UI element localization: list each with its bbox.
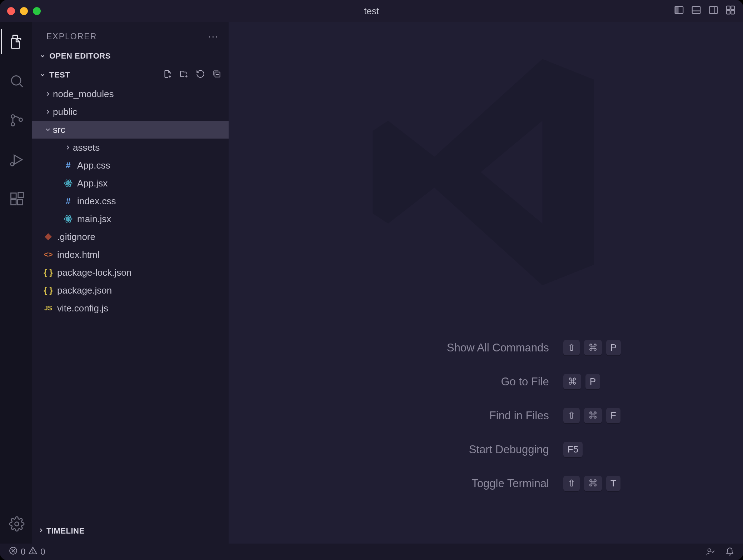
key: P bbox=[606, 340, 621, 355]
status-bell-icon[interactable] bbox=[725, 547, 734, 556]
svg-rect-20 bbox=[18, 192, 24, 198]
section-project[interactable]: TEST bbox=[32, 65, 229, 85]
tree-item-label: assets bbox=[73, 142, 100, 153]
file-icon: { } bbox=[43, 267, 54, 278]
chevron-right-icon bbox=[38, 526, 44, 536]
chevron-down-icon bbox=[43, 126, 53, 133]
file-package-json[interactable]: { }package.json bbox=[32, 281, 229, 299]
svg-line-11 bbox=[19, 84, 23, 87]
tree-item-label: package-lock.json bbox=[57, 267, 131, 278]
welcome-shortcuts: Show All Commands⇧⌘PGo to File⌘PFind in … bbox=[372, 340, 621, 491]
error-icon bbox=[9, 546, 18, 558]
tree-item-label: vite.config.js bbox=[57, 303, 108, 314]
svg-point-10 bbox=[11, 76, 21, 85]
status-feedback-icon[interactable] bbox=[706, 547, 715, 556]
file-tree: node_modulespublicsrcassets#App.cssApp.j… bbox=[32, 85, 229, 521]
sidebar-title: EXPLORER ··· bbox=[32, 26, 229, 47]
file-icon bbox=[43, 231, 54, 242]
minimize-window-button[interactable] bbox=[20, 7, 28, 15]
file-package-lock-json[interactable]: { }package-lock.json bbox=[32, 264, 229, 281]
section-open-editors[interactable]: OPEN EDITORS bbox=[32, 47, 229, 65]
file-icon: { } bbox=[43, 285, 54, 296]
tree-item-label: App.jsx bbox=[77, 178, 108, 189]
project-name-label: TEST bbox=[49, 70, 70, 80]
title-layout-actions bbox=[674, 5, 736, 18]
key: ⌘ bbox=[563, 374, 581, 389]
traffic-lights bbox=[7, 7, 41, 15]
file-icon: <> bbox=[43, 249, 54, 260]
toggle-secondary-sidebar-icon[interactable] bbox=[708, 5, 719, 18]
activity-source-control[interactable] bbox=[1, 108, 33, 133]
shortcut-find-in-files: Find in Files⇧⌘F bbox=[372, 408, 621, 423]
svg-rect-17 bbox=[11, 193, 16, 199]
folder-node-modules[interactable]: node_modules bbox=[32, 85, 229, 103]
svg-rect-8 bbox=[727, 10, 730, 14]
svg-rect-1 bbox=[675, 6, 678, 14]
new-folder-icon[interactable] bbox=[179, 69, 189, 81]
tree-item-label: package.json bbox=[57, 285, 112, 296]
sidebar-title-label: EXPLORER bbox=[46, 32, 97, 41]
key: ⇧ bbox=[563, 408, 580, 423]
vscode-watermark-icon bbox=[357, 44, 614, 301]
file-main-jsx[interactable]: main.jsx bbox=[32, 210, 229, 228]
statusbar: 0 0 bbox=[0, 544, 743, 560]
file-icon bbox=[63, 214, 74, 224]
tree-item-label: .gitignore bbox=[57, 231, 95, 242]
folder-assets[interactable]: assets bbox=[32, 139, 229, 156]
file-app-css[interactable]: #App.css bbox=[32, 156, 229, 174]
activity-search[interactable] bbox=[1, 69, 33, 94]
activity-run-debug[interactable] bbox=[1, 147, 33, 172]
svg-rect-9 bbox=[731, 10, 734, 14]
customize-layout-icon[interactable] bbox=[725, 5, 736, 18]
close-window-button[interactable] bbox=[7, 7, 15, 15]
tree-item-label: index.html bbox=[57, 249, 100, 260]
file-index-css[interactable]: #index.css bbox=[32, 192, 229, 210]
status-problems[interactable]: 0 0 bbox=[9, 546, 45, 558]
error-count: 0 bbox=[21, 547, 25, 557]
file--gitignore[interactable]: .gitignore bbox=[32, 228, 229, 246]
shortcut-toggle-terminal: Toggle Terminal⇧⌘T bbox=[372, 476, 621, 491]
key: ⇧ bbox=[563, 340, 580, 355]
maximize-window-button[interactable] bbox=[33, 7, 41, 15]
sidebar: EXPLORER ··· OPEN EDITORS TEST bbox=[32, 22, 229, 544]
shortcut-keys: ⇧⌘F bbox=[563, 408, 620, 423]
shortcut-label: Go to File bbox=[372, 375, 549, 388]
chevron-right-icon bbox=[43, 108, 53, 115]
shortcut-label: Toggle Terminal bbox=[372, 477, 549, 490]
file-index-html[interactable]: <>index.html bbox=[32, 246, 229, 264]
tree-item-label: index.css bbox=[77, 196, 116, 207]
open-editors-label: OPEN EDITORS bbox=[49, 51, 111, 61]
file-vite-config-js[interactable]: JSvite.config.js bbox=[32, 299, 229, 317]
svg-point-28 bbox=[68, 182, 69, 184]
svg-point-41 bbox=[708, 549, 711, 552]
activity-explorer[interactable] bbox=[1, 29, 33, 54]
svg-point-21 bbox=[15, 522, 19, 526]
warning-count: 0 bbox=[40, 547, 45, 557]
refresh-icon[interactable] bbox=[196, 69, 205, 81]
svg-rect-7 bbox=[731, 6, 734, 10]
activity-settings[interactable] bbox=[1, 511, 33, 536]
timeline-label: TIMELINE bbox=[46, 526, 85, 536]
sidebar-more-icon[interactable]: ··· bbox=[208, 31, 219, 42]
key: T bbox=[606, 476, 620, 491]
svg-rect-19 bbox=[18, 200, 23, 205]
toggle-panel-icon[interactable] bbox=[691, 5, 702, 18]
svg-rect-2 bbox=[692, 6, 700, 14]
collapse-all-icon[interactable] bbox=[212, 69, 221, 81]
toggle-primary-sidebar-icon[interactable] bbox=[674, 5, 684, 18]
activity-extensions[interactable] bbox=[1, 186, 33, 211]
file-icon: JS bbox=[43, 303, 54, 314]
key: ⌘ bbox=[584, 408, 602, 423]
project-actions bbox=[163, 69, 221, 81]
section-timeline[interactable]: TIMELINE bbox=[32, 521, 229, 544]
warning-icon bbox=[28, 546, 38, 558]
key: ⌘ bbox=[584, 340, 602, 355]
file-app-jsx[interactable]: App.jsx bbox=[32, 174, 229, 192]
shortcut-go-to-file: Go to File⌘P bbox=[372, 374, 621, 389]
svg-rect-18 bbox=[11, 200, 16, 205]
folder-src[interactable]: src bbox=[32, 121, 229, 139]
new-file-icon[interactable] bbox=[163, 69, 172, 81]
key: ⌘ bbox=[584, 476, 602, 491]
chevron-right-icon bbox=[43, 90, 53, 98]
folder-public[interactable]: public bbox=[32, 103, 229, 121]
